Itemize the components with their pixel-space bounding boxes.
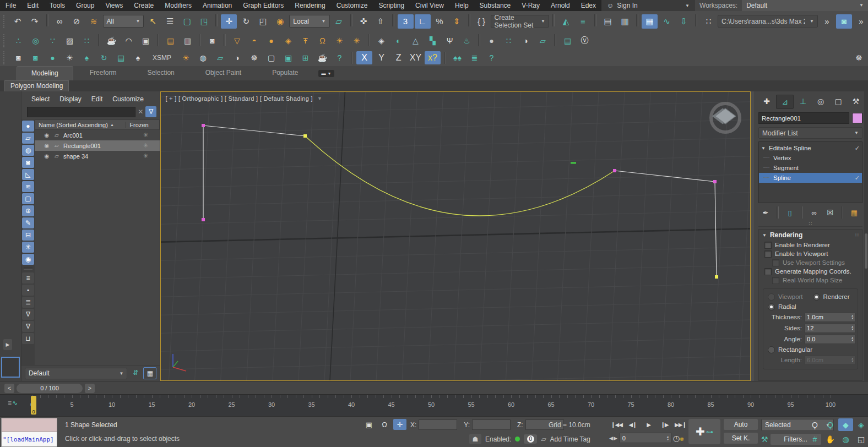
spheres-icon[interactable]: ∵ xyxy=(45,34,61,47)
timeline-playhead[interactable]: 0 xyxy=(31,396,36,415)
zoom-extents-all-icon[interactable]: ◈ xyxy=(854,418,868,431)
vray-moon-sphere-icon[interactable]: ◐ xyxy=(390,34,406,47)
filter-button[interactable]: ∇ xyxy=(145,106,156,117)
ribbon-tab[interactable]: Selection xyxy=(133,66,188,80)
orbit-icon[interactable]: ◍ xyxy=(838,433,853,445)
basket-icon[interactable]: ⊔ xyxy=(22,333,34,344)
stack-root-row[interactable]: ▼ Editable Spline ✓ xyxy=(759,143,862,153)
radio-button[interactable] xyxy=(768,293,775,301)
select-and-link-icon[interactable]: ∞ xyxy=(52,14,68,29)
help-circle-icon[interactable]: ? xyxy=(332,51,348,64)
menu-item[interactable]: Group xyxy=(70,0,100,11)
ribbon-minimize-button[interactable]: ▬ ▼ xyxy=(318,70,335,77)
name-column-header[interactable]: Name (Sorted Ascending) ▲ xyxy=(35,122,126,128)
menu-item[interactable]: Scripting xyxy=(373,0,410,11)
keyboard-override-icon[interactable]: ⇧ xyxy=(373,14,389,29)
bulb-icon[interactable]: ● xyxy=(45,51,61,64)
grid-toggle-icon[interactable]: ▦ xyxy=(143,367,156,379)
prev-frame-button[interactable]: ◀❙ xyxy=(625,419,640,430)
toolbar-grip[interactable] xyxy=(3,51,7,64)
palette-icon[interactable]: ◑ xyxy=(518,34,534,47)
x-constraint-button[interactable]: X xyxy=(356,51,372,64)
state-camera-icon[interactable]: ◙ xyxy=(10,51,26,64)
notepad-brush-icon[interactable]: ▨ xyxy=(62,34,78,47)
zoom-all-icon[interactable]: Ϙ xyxy=(823,418,838,431)
filter-helpers-icon[interactable]: ◺ xyxy=(22,169,34,180)
go-end-button[interactable]: ▶▶❙ xyxy=(673,419,688,430)
viewport-label[interactable]: [ + ] [ Orthographic ] [ Standard ] [ De… xyxy=(165,95,322,102)
view-cube[interactable] xyxy=(709,102,741,134)
add-time-tag[interactable]: Add Time Tag xyxy=(550,435,590,443)
checkbox-row[interactable]: Generate Mapping Coords. xyxy=(759,267,862,276)
named-selection-sets-icon[interactable]: { } xyxy=(474,14,490,29)
time-configuration-icon[interactable]: ◷☸ xyxy=(673,434,684,443)
spinner-field[interactable]: 6.0cm ▴▾ xyxy=(805,356,855,365)
funnel-gear-icon[interactable]: ∇ xyxy=(22,309,34,320)
collapse-triangle-icon[interactable]: ▼ xyxy=(761,146,769,151)
vray-softbox-icon[interactable]: ▚ xyxy=(425,34,441,47)
object-color-swatch[interactable] xyxy=(852,113,862,123)
search-input[interactable] xyxy=(27,107,135,117)
help2-circle-icon[interactable]: ? xyxy=(484,51,500,64)
toggle-layer-explorer-icon[interactable]: ▥ xyxy=(617,14,633,29)
menu-item[interactable]: Customize xyxy=(331,0,373,11)
explorer-menu-item[interactable]: Display xyxy=(55,95,85,103)
percent-snap-icon[interactable]: % xyxy=(432,14,448,29)
film-camera-icon[interactable]: ◙ xyxy=(204,34,220,47)
scrollbar[interactable] xyxy=(864,91,868,381)
viewport-radio-row[interactable]: Viewport xyxy=(766,292,811,302)
sun-rays-icon[interactable]: ✳ xyxy=(349,34,365,47)
ribbon-tab[interactable]: Modeling xyxy=(17,66,73,80)
set-keys-button[interactable]: ✚⊶ xyxy=(688,419,720,444)
create-tab[interactable]: ✚ xyxy=(758,95,775,108)
checkbox[interactable] xyxy=(764,250,772,258)
selection-lock-icon[interactable]: Ω xyxy=(378,419,391,430)
ribbon-tab[interactable]: Object Paint xyxy=(191,66,256,80)
dome-light-icon[interactable]: ◓ xyxy=(246,34,262,47)
spinner-arrows-icon[interactable]: ▴▾ xyxy=(851,357,853,363)
frozen-toggle-icon[interactable]: ✳ xyxy=(131,152,160,160)
menu-item[interactable]: Edit xyxy=(21,0,44,11)
light-lister-icon[interactable]: ▤ xyxy=(162,34,178,47)
select-and-rotate-icon[interactable]: ↻ xyxy=(238,14,254,29)
frozen-toggle-icon[interactable]: ✳ xyxy=(131,132,160,139)
spinner-arrows-icon[interactable]: ▴▾ xyxy=(851,336,853,342)
menu-item[interactable]: Arnold xyxy=(545,0,576,11)
sphere-light-icon[interactable]: ● xyxy=(263,34,279,47)
checkbox[interactable] xyxy=(764,268,772,275)
select-and-move-icon[interactable]: ✛ xyxy=(221,14,237,29)
rollout-divider[interactable]: ∷ xyxy=(758,221,862,227)
play-button[interactable]: ▶ xyxy=(641,419,656,430)
transform-gizmo-icon[interactable]: ✛ xyxy=(393,419,406,430)
filter-cameras-icon[interactable]: ◙ xyxy=(22,157,34,168)
Rectangle001[interactable]: ◉ ▱ Rectangle001 ✳ xyxy=(35,140,160,151)
modify-tab[interactable]: ⊿ xyxy=(776,95,794,109)
toolbar-config-icon[interactable]: ☸ xyxy=(851,51,867,64)
align-icon[interactable]: ≡ xyxy=(575,14,591,29)
time-slider[interactable]: 0 / 100 xyxy=(17,384,83,393)
menu-item[interactable]: Graph Editors xyxy=(237,0,289,11)
maxscript-mini-listener[interactable]: "[loadMainApp] xyxy=(1,418,57,447)
explorer-menu-item[interactable]: Select xyxy=(27,95,54,103)
current-frame-field[interactable]: 0 ▴▾ xyxy=(620,433,671,443)
visibility-eye-icon[interactable]: ◉ xyxy=(41,143,52,149)
render-setup-teapot-icon[interactable]: ☕ xyxy=(104,34,120,47)
camera-lister-icon[interactable]: ▥ xyxy=(180,34,196,47)
spinner-arrows-icon[interactable]: ▴▾ xyxy=(667,435,669,441)
explorer-preset-dropdown[interactable]: Default ▼ xyxy=(25,368,127,379)
viewport[interactable]: [ + ] [ Orthographic ] [ Standard ] [ De… xyxy=(160,91,751,381)
render-list-icon[interactable]: ▤ xyxy=(560,34,576,47)
listener-script-pane[interactable]: "[loadMainApp] xyxy=(2,432,57,446)
filter-geometry-icon[interactable]: ● xyxy=(22,121,34,132)
Arc001[interactable]: ◉ ▱ Arc001 ✳ xyxy=(35,130,160,140)
stack-subobject-row[interactable]: ┄┄ Vertex xyxy=(759,153,862,163)
redo-icon[interactable]: ↷ xyxy=(27,14,43,29)
list-doc-icon[interactable]: ▤ xyxy=(113,51,129,64)
teapot-outline-icon[interactable]: ☕ xyxy=(314,51,330,64)
radio-button[interactable] xyxy=(768,346,775,353)
tree-doc-icon[interactable]: ♠ xyxy=(130,51,146,64)
menu-item[interactable]: Rendering xyxy=(289,0,330,11)
configure-modifier-sets-icon[interactable]: ▦ xyxy=(847,206,861,219)
display-tab[interactable]: ▢ xyxy=(830,95,847,108)
tree-icon[interactable]: ♠ xyxy=(79,51,95,64)
